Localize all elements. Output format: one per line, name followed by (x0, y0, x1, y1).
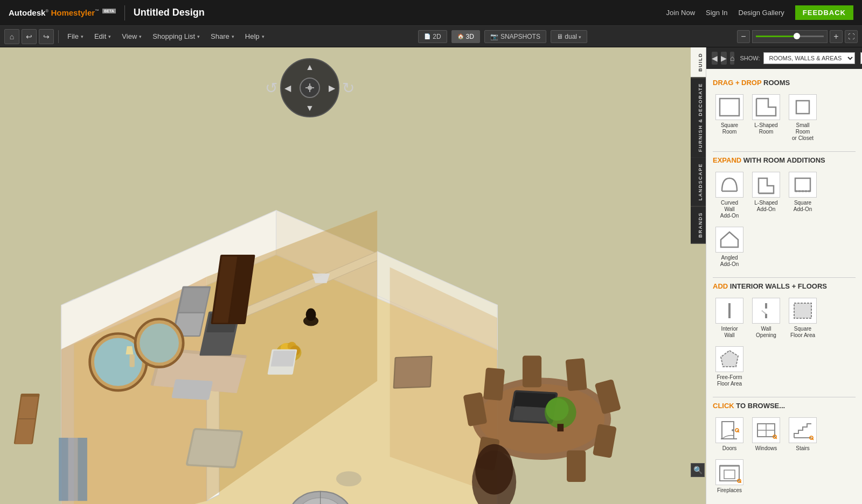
zoom-in-button[interactable]: + (830, 30, 843, 43)
svg-rect-25 (566, 358, 587, 391)
svg-rect-82 (720, 99, 739, 116)
l-shaped-addon-icon (752, 172, 780, 198)
l-shaped-room-item[interactable]: L-ShapedRoom (749, 92, 783, 144)
small-room-item[interactable]: Small Roomor Closet (786, 92, 819, 144)
windows-icon (752, 417, 780, 443)
windows-item[interactable]: Windows (749, 415, 783, 454)
l-shaped-room-icon (752, 94, 780, 120)
nav-up-button[interactable]: ▲ (305, 62, 314, 72)
square-room-item[interactable]: SquareRoom (713, 92, 746, 144)
section-separator-1 (713, 151, 856, 152)
svg-marker-94 (721, 351, 738, 367)
magnify-button[interactable]: 🔍 (691, 463, 705, 477)
canvas-area[interactable]: ↺ ▲ ▼ ◀ ▶ ↻ (0, 47, 706, 504)
doors-item[interactable]: Doors (713, 415, 746, 454)
click-browse-grid: Doors Windows (713, 415, 856, 496)
furnish-decorate-tab[interactable]: FURNISH & DECORATE (691, 78, 706, 158)
nav-left-button[interactable]: ◀ (284, 83, 291, 93)
toolbar-separator (58, 30, 59, 43)
design-gallery-link[interactable]: Design Gallery (739, 9, 784, 17)
snapshots-button[interactable]: 📷 SNAPSHOTS (484, 30, 546, 43)
angled-addon-item[interactable]: AngledAdd-On (713, 225, 746, 270)
svg-rect-65 (68, 438, 78, 501)
square-addon-icon (789, 172, 817, 198)
expand-additions-title: EXPAND WITH ROOM ADDITIONS (713, 156, 856, 164)
svg-line-92 (762, 311, 766, 314)
top-right-nav: Join Now Sign In Design Gallery FEEDBACK (666, 5, 853, 20)
svg-rect-23 (483, 368, 505, 401)
toolbar-center: 📄 2D 🏠 3D 📷 SNAPSHOTS 🖥 dual ▾ (418, 30, 587, 43)
stairs-item[interactable]: Stairs (786, 415, 819, 454)
zoom-slider[interactable] (752, 30, 828, 43)
view-2d-button[interactable]: 📄 2D (418, 30, 447, 43)
undo-button[interactable]: ↩ (22, 29, 37, 44)
fullscreen-button[interactable]: ⛶ (845, 30, 858, 43)
show-dropdown[interactable]: ROOMS, WALLS & AREAS All Items Furniture… (763, 52, 855, 64)
section-separator-2 (713, 277, 856, 278)
file-menu[interactable]: File ▾ (63, 30, 88, 43)
shopping-list-menu[interactable]: Shopping List ▾ (148, 30, 204, 43)
svg-rect-73 (271, 351, 296, 366)
home-button[interactable]: ⌂ (4, 29, 19, 44)
freeform-floor-icon (715, 346, 743, 372)
svg-rect-109 (724, 470, 735, 479)
svg-rect-86 (795, 178, 810, 191)
rotate-right-button[interactable]: ↻ (342, 79, 354, 97)
stairs-icon (789, 417, 817, 443)
section-separator-3 (713, 397, 856, 397)
zoom-slider-track (756, 36, 824, 37)
wall-opening-item[interactable]: WallOpening (749, 296, 783, 341)
svg-rect-58 (557, 424, 564, 431)
panel-forward-button[interactable]: ▶ (721, 52, 727, 65)
svg-point-77 (308, 86, 312, 90)
panel-back-button[interactable]: ◀ (712, 52, 718, 65)
dual-view-button[interactable]: 🖥 dual ▾ (551, 30, 587, 43)
curved-wall-item[interactable]: Curved WallAdd-On (713, 170, 746, 221)
svg-rect-83 (796, 101, 809, 114)
view-menu[interactable]: View ▾ (117, 30, 146, 43)
feedback-button[interactable]: FEEDBACK (795, 5, 853, 20)
svg-point-96 (732, 429, 734, 431)
svg-point-76 (336, 471, 362, 486)
interior-wall-item[interactable]: InteriorWall (713, 296, 746, 341)
angled-addon-icon (715, 227, 743, 253)
wall-opening-icon (752, 298, 780, 324)
svg-rect-19 (171, 379, 213, 400)
interior-walls-grid: InteriorWall WallOpening (713, 296, 856, 389)
edit-menu[interactable]: Edit ▾ (90, 30, 115, 43)
fireplaces-item[interactable]: Fireplaces (713, 457, 746, 496)
brands-tab[interactable]: BRANDS (691, 207, 706, 244)
freeform-floor-item[interactable]: Free-FormFloor Area (713, 344, 746, 389)
panel-home-button[interactable]: ⌂ (730, 52, 734, 65)
redo-button[interactable]: ↪ (39, 29, 54, 44)
zoom-out-button[interactable]: − (737, 30, 750, 43)
view-3d-button[interactable]: 🏠 3D (451, 30, 480, 43)
l-shaped-addon-item[interactable]: L-ShapedAdd-On (749, 170, 783, 221)
square-room-icon (715, 94, 743, 120)
build-tab[interactable]: BUILD (691, 47, 706, 78)
landscape-tab[interactable]: LANDSCAPE (691, 158, 706, 207)
side-tabs: BUILD FURNISH & DECORATE LANDSCAPE BRAND… (691, 47, 706, 243)
square-floor-item[interactable]: SquareFloor Area (786, 296, 819, 341)
zoom-slider-thumb[interactable] (794, 33, 800, 39)
svg-rect-24 (523, 356, 541, 388)
navigation-controls: ↺ ▲ ▼ ◀ ▶ ↻ (280, 58, 339, 117)
toolbar-right: − + ⛶ (737, 30, 858, 43)
sign-in-link[interactable]: Sign In (706, 9, 727, 17)
panel-header: ◀ ▶ ⌂ SHOW: ROOMS, WALLS & AREAS All Ite… (706, 47, 862, 69)
logo-text: Autodesk® Homestyler™ BETA (9, 8, 116, 17)
toolbar-left: ⌂ ↩ ↪ File ▾ Edit ▾ View ▾ Shopping List… (4, 29, 269, 44)
drag-drop-rooms-title: DRAG + DROP ROOMS (713, 79, 856, 87)
nav-right-button[interactable]: ▶ (329, 83, 335, 93)
nav-down-button[interactable]: ▼ (305, 103, 314, 113)
svg-marker-88 (721, 232, 738, 247)
join-now-link[interactable]: Join Now (666, 9, 695, 17)
nav-center-dot (300, 78, 320, 98)
svg-point-33 (140, 324, 179, 363)
svg-point-68 (475, 444, 513, 495)
help-menu[interactable]: Help ▾ (241, 30, 269, 43)
panel-search-bar[interactable]: 🔍 (860, 52, 862, 64)
rotate-left-button[interactable]: ↺ (265, 79, 277, 97)
square-addon-item[interactable]: SquareAdd-On (786, 170, 819, 221)
share-menu[interactable]: Share ▾ (206, 30, 239, 43)
